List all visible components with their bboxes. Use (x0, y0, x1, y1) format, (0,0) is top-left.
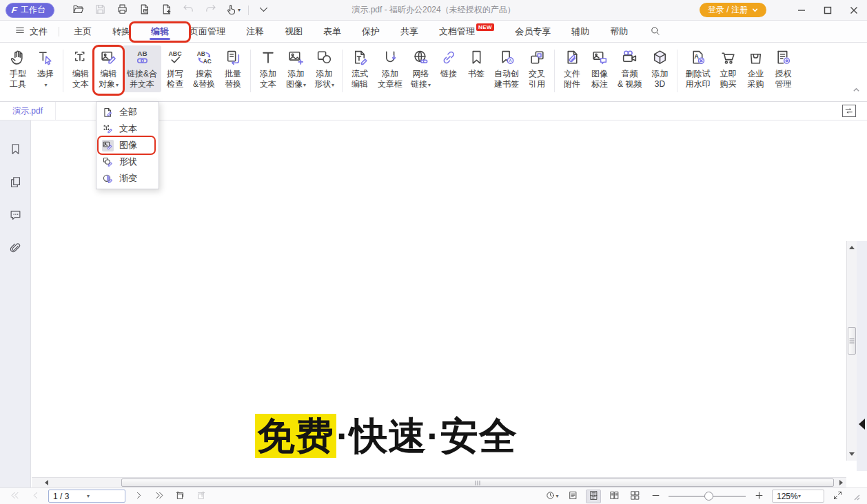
split-view-button[interactable] (842, 105, 856, 117)
close-current-file-button[interactable] (136, 2, 154, 19)
remove-trial-watermark-button[interactable]: A删除试用水印 (681, 45, 714, 92)
batch-replace-button[interactable]: 批量替换 (219, 45, 247, 92)
horizontal-scroll-thumb[interactable] (121, 479, 834, 487)
zoom-level-box[interactable]: 125%▾ (772, 490, 824, 503)
hand-mode-button[interactable]: ▾ (224, 2, 242, 19)
add-3d-button[interactable]: 添加3D (646, 45, 673, 92)
menu-item-edit-gradient-object[interactable]: 渐变 (96, 170, 159, 187)
enterprise-purchase-button[interactable]: 企业采购 (742, 45, 769, 92)
add-shape-button[interactable]: 添加形状▾ (310, 45, 338, 93)
menu-item-edit-all[interactable]: 全部 (96, 104, 159, 120)
tab-编辑[interactable]: 编辑 (141, 21, 179, 42)
vertical-scrollbar[interactable] (846, 241, 857, 461)
tab-转换[interactable]: 转换 (102, 21, 141, 42)
bookmarks-panel-button[interactable] (6, 141, 24, 159)
page-number-box[interactable]: 1 / 3▾ (48, 490, 125, 503)
scroll-down-button[interactable] (847, 449, 857, 459)
vertical-scroll-thumb[interactable] (848, 327, 856, 355)
tab-页面管理[interactable]: 页面管理 (179, 21, 236, 42)
fullscreen-button[interactable] (830, 490, 845, 503)
facing-continuous-view-button[interactable] (627, 490, 642, 503)
tab-帮助[interactable]: 帮助 (600, 21, 638, 42)
add-article-box-button[interactable]: 添加文章框 (374, 45, 407, 92)
ribbon-label-line2: 用水印 (685, 79, 710, 90)
hand-tool-button[interactable]: 手型工具 (4, 45, 32, 92)
license-management-button[interactable]: 授权管理 (769, 45, 797, 92)
print-button[interactable] (114, 2, 132, 19)
edit-object-button[interactable]: 编辑对象▾ (94, 45, 123, 93)
scroll-left-button[interactable] (41, 478, 52, 487)
customize-quick-toolbar-button[interactable] (255, 2, 273, 19)
menu-file[interactable]: 文件 (8, 21, 54, 42)
zoom-in-button[interactable] (751, 490, 766, 503)
zoom-out-button[interactable] (648, 490, 663, 503)
pages-panel-button[interactable] (6, 174, 24, 192)
file-attachment-button[interactable]: 文件附件 (558, 45, 586, 92)
flow-edit-button[interactable]: 流式编辑 (346, 45, 374, 92)
continuous-view-button[interactable] (586, 490, 601, 503)
image-annotation-button[interactable]: 图像标注 (586, 45, 613, 92)
comments-panel-button[interactable] (6, 207, 24, 225)
tab-视图[interactable]: 视图 (274, 21, 313, 42)
undo-button[interactable] (180, 2, 198, 19)
collapse-panel-handle[interactable] (859, 419, 865, 430)
ribbon-label-line2: 3D (655, 79, 665, 90)
rotate-view-right-button[interactable] (193, 490, 208, 503)
search-button[interactable] (645, 21, 664, 42)
tab-主页[interactable]: 主页 (63, 21, 102, 42)
attachments-panel-button[interactable] (6, 240, 24, 258)
first-page-button[interactable] (7, 490, 22, 503)
menu-item-edit-image-object[interactable]: 图像 (96, 137, 159, 154)
prev-page-button[interactable] (28, 490, 43, 503)
create-pdf-button[interactable] (158, 2, 176, 19)
horizontal-scrollbar[interactable] (32, 477, 846, 487)
auto-create-bookmark-button[interactable]: A自动创建书签 (490, 45, 523, 92)
document-tab[interactable]: 演示.pdf (0, 102, 56, 120)
add-text-button[interactable]: 添加文本 (254, 45, 282, 92)
buy-now-button[interactable]: 立即购买 (714, 45, 742, 92)
scroll-up-button[interactable] (847, 242, 857, 253)
redo-button[interactable] (202, 2, 220, 19)
maximize-button[interactable] (815, 0, 841, 21)
facing-view-button[interactable] (606, 490, 622, 503)
tab-表单[interactable]: 表单 (313, 21, 351, 42)
search-replace-button[interactable]: ABAC搜索&替换 (189, 45, 219, 92)
next-page-button[interactable] (131, 490, 146, 503)
link-merge-text-button[interactable]: AB链接&合并文本 (123, 45, 161, 92)
menu-item-edit-shape-object[interactable]: 形状 (96, 154, 159, 170)
add-image-button[interactable]: 添加图像▾ (282, 45, 310, 93)
tab-辅助[interactable]: 辅助 (561, 21, 600, 42)
page-navigation-cluster: 1 / 3▾ (7, 490, 208, 503)
login-register-button[interactable]: 登录 / 注册 (700, 3, 766, 17)
menu-item-edit-text-object[interactable]: 文本 (96, 120, 159, 137)
ribbon-label-line2: 文本 (260, 79, 276, 90)
web-link-button[interactable]: 网络链接▾ (407, 45, 435, 93)
collapse-ribbon-button[interactable] (853, 85, 860, 96)
audio-video-button[interactable]: 音频& 视频 (613, 45, 646, 92)
single-page-view-button[interactable] (565, 490, 580, 503)
link-button[interactable]: 链接 (435, 45, 462, 82)
bookmark-button[interactable]: 书签 (462, 45, 490, 82)
auto-scroll-button[interactable]: ▾ (544, 490, 560, 503)
edit-text-button[interactable]: 编辑文本 (67, 45, 94, 92)
minimize-button[interactable] (788, 0, 815, 21)
select-tool-button[interactable]: 选择▾ (32, 45, 59, 93)
tab-共享[interactable]: 共享 (390, 21, 429, 42)
spell-check-button[interactable]: ABC拼写检查 (161, 45, 189, 92)
save-button[interactable] (92, 2, 110, 19)
open-file-button[interactable] (70, 2, 88, 19)
rotate-view-left-button[interactable] (172, 490, 187, 503)
add-image-icon (287, 49, 305, 66)
last-page-button[interactable] (152, 490, 167, 503)
zoom-slider[interactable] (669, 492, 746, 501)
tab-注释[interactable]: 注释 (236, 21, 274, 42)
slider-handle[interactable] (704, 492, 713, 501)
tab-文档管理[interactable]: 文档管理NEW (429, 21, 504, 42)
close-button[interactable] (841, 0, 867, 21)
scroll-right-button[interactable] (836, 478, 846, 487)
cross-reference-button[interactable]: 交叉引用 (523, 45, 551, 92)
st-next-icon (134, 490, 144, 503)
tab-会员专享[interactable]: 会员专享 (504, 21, 561, 42)
workspace-button[interactable]: F 工作台 (6, 3, 54, 18)
tab-保护[interactable]: 保护 (351, 21, 390, 42)
